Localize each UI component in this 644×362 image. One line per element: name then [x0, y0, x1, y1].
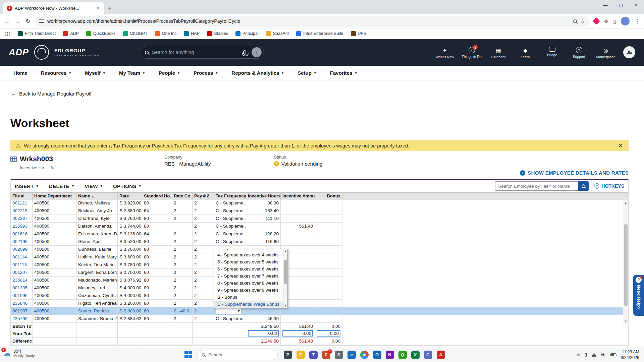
incentive-hours-cell[interactable] — [246, 307, 281, 315]
employee-name-cell[interactable]: Brickner, Amy Jo — [76, 207, 118, 215]
pay-number-cell[interactable]: 2 — [193, 199, 214, 207]
file-number-link[interactable]: 002099 — [11, 246, 33, 253]
rate-cell[interactable]: S 3,136.00 — [118, 230, 142, 238]
home-department-cell[interactable]: 400500 — [33, 207, 76, 215]
file-number-link[interactable]: 001907 — [11, 307, 33, 315]
taskbar-app-icon[interactable]: S — [334, 350, 343, 360]
file-number-link[interactable]: 002215 — [11, 207, 33, 215]
bonus-cell[interactable] — [315, 315, 342, 323]
standard-hours-cell[interactable]: 80 — [142, 246, 172, 253]
rate-code-cell[interactable]: 2 — [172, 253, 193, 261]
taskbar-app-icon[interactable]: X — [411, 350, 420, 360]
rate-code-cell[interactable]: 2 — [172, 246, 193, 253]
dropdown-option[interactable]: B - Bonus — [214, 294, 283, 301]
table-row[interactable]: 001335 400500 Maloney, Lori S 4,000.00 8… — [11, 284, 628, 292]
rate-code-cell[interactable]: 2 — [172, 292, 193, 300]
rate-code-cell[interactable]: 2 — [172, 230, 193, 238]
file-number-link[interactable]: 001113 — [11, 261, 33, 269]
incentive-hours-cell[interactable]: 111.10 — [246, 215, 281, 223]
taskbar-app-icon[interactable]: O — [372, 350, 382, 360]
rate-code-cell[interactable]: 2 — [172, 215, 193, 223]
table-row[interactable]: 001121 400500 Bishop, Melissa S 3,920.00… — [11, 199, 628, 207]
your-bonus-input[interactable]: 0.00 — [317, 330, 340, 337]
taskbar-app-icon[interactable] — [360, 350, 369, 360]
file-number-link[interactable]: 001096 — [11, 292, 33, 300]
bookmark-item[interactable]: Principal — [235, 31, 259, 36]
incentive-amount-cell[interactable] — [281, 207, 315, 215]
taskbar-search[interactable]: Search — [197, 350, 278, 360]
home-department-cell[interactable]: 400500 — [33, 246, 76, 253]
bonus-cell[interactable] — [315, 199, 342, 207]
refresh-icon[interactable]: ↻ — [25, 17, 31, 25]
header-icon-button[interactable]: ◎ Marketplace — [594, 46, 618, 59]
tax-frequency-cell[interactable]: C - Suppleme... ▼ — [214, 215, 246, 223]
rate-cell[interactable]: S 3,600.00 — [118, 253, 142, 261]
bonus-cell[interactable] — [315, 246, 342, 253]
bookmark-item[interactable]: UPS — [351, 31, 367, 36]
table-row[interactable]: 001113 400500 Keeler, Tina Marie S 3,780… — [11, 261, 628, 269]
back-icon[interactable]: ← — [4, 18, 10, 25]
banner-close-icon[interactable]: ✕ — [618, 142, 623, 149]
standard-hours-cell[interactable]: 80 — [142, 284, 172, 292]
rate-cell[interactable]: S 3,744.00 — [118, 223, 142, 230]
incentive-amount-cell[interactable] — [281, 199, 315, 207]
rate-cell[interactable]: S 2,880.00 — [118, 307, 142, 315]
home-department-cell[interactable]: 400500 — [33, 269, 76, 277]
tax-frequency-cell[interactable]: C - Suppleme... ▼ — [214, 199, 246, 207]
bonus-cell[interactable] — [315, 284, 342, 292]
scroll-down-icon[interactable]: ▼ — [623, 320, 628, 323]
column-header[interactable]: Standard Ho... — [142, 193, 172, 199]
standard-hours-cell[interactable]: 60 — [142, 269, 172, 277]
battery-icon[interactable] — [610, 353, 616, 356]
incentive-amount-cell[interactable]: 561.40 — [281, 223, 315, 230]
incentive-amount-cell[interactable] — [281, 238, 315, 246]
pay-number-cell[interactable]: 2 — [193, 284, 214, 292]
standard-hours-cell[interactable]: 80 — [142, 277, 172, 284]
nav-menu-item[interactable]: Reports & Analytics ▼ — [231, 70, 284, 76]
bonus-cell[interactable] — [315, 223, 342, 230]
table-row[interactable]: 235790 400500 Saunders, Brooke Ali... S … — [11, 315, 628, 323]
incentive-hours-cell[interactable]: 116.60 — [246, 238, 281, 246]
close-icon[interactable]: ✕ — [629, 0, 644, 10]
pay-number-cell[interactable]: 2 — [193, 246, 214, 253]
bonus-cell[interactable] — [315, 277, 342, 284]
taskbar-app-icon[interactable]: Q — [398, 350, 407, 360]
back-to-payroll-link[interactable]: ← Back to Manage Regular Payroll — [11, 90, 91, 97]
zoom-icon[interactable] — [573, 19, 577, 23]
bookmark-item[interactable]: SaasAnt — [266, 31, 289, 36]
dropdown-option[interactable]: 9 - Spread taxes over 9 weeks — [214, 287, 283, 294]
header-icon-button[interactable]: ▦ Calendar — [486, 46, 511, 59]
home-department-cell[interactable]: 400500 — [33, 230, 76, 238]
table-row[interactable]: 002215 400500 Brickner, Amy Jo S 2,880.0… — [11, 207, 628, 215]
user-avatar[interactable]: JE — [623, 46, 635, 58]
file-number-link[interactable]: 001335 — [11, 284, 33, 292]
standard-hours-cell[interactable]: 60 — [142, 307, 172, 315]
tax-frequency-cell[interactable]: C - Suppleme... ▼ — [214, 207, 246, 215]
employee-name-cell[interactable]: Glenn, April — [76, 238, 118, 246]
home-department-cell[interactable]: 400500 — [33, 300, 76, 307]
address-bar[interactable]: workforcenow.adp.com/theme/admin.html#/P… — [35, 16, 589, 27]
pay-number-cell[interactable]: 2 — [193, 207, 214, 215]
employee-name-cell[interactable]: Fulkerson, Karen Danz — [76, 230, 118, 238]
home-department-cell[interactable]: 400500 — [33, 284, 76, 292]
table-row[interactable]: 235993 400500 Datson, Amanda S 3,744.00 … — [11, 223, 628, 230]
employee-name-cell[interactable]: Rigato, Teri Andrea — [76, 300, 118, 307]
standard-hours-cell[interactable]: 80 — [142, 292, 172, 300]
home-department-cell[interactable]: 400500 — [33, 315, 76, 323]
incentive-hours-cell[interactable]: 128.20 — [246, 230, 281, 238]
column-header[interactable]: Home Department — [33, 193, 76, 199]
grid-scrollbar[interactable]: ▲ ▼ — [623, 200, 628, 324]
dropdown-option[interactable]: 4 - Spread taxes over 4 weeks — [214, 251, 283, 258]
rate-cell[interactable]: S 3,520.00 — [118, 238, 142, 246]
toolbar-menu-button[interactable]: INSERT ▼ — [15, 183, 39, 189]
table-row[interactable]: 002337 400500 Chartrand, Kyle S 3,760.00… — [11, 215, 628, 223]
scrollbar-thumb[interactable] — [624, 224, 628, 306]
table-row[interactable]: 001114 400500 Holbird, Katie Mary S 3,60… — [11, 253, 628, 261]
rate-code-cell[interactable]: 2 — [172, 315, 193, 323]
header-icon-button[interactable]: Bridge — [540, 46, 564, 57]
bonus-cell[interactable] — [315, 215, 342, 223]
taskbar-app-icon[interactable]: P 1 — [321, 350, 331, 360]
incentive-hours-cell[interactable]: 88.30 — [246, 199, 281, 207]
table-row[interactable]: 235846 400500 Rigato, Teri Andrea S 3,20… — [11, 300, 628, 307]
rate-cell[interactable]: S 2,880.00 — [118, 207, 142, 215]
